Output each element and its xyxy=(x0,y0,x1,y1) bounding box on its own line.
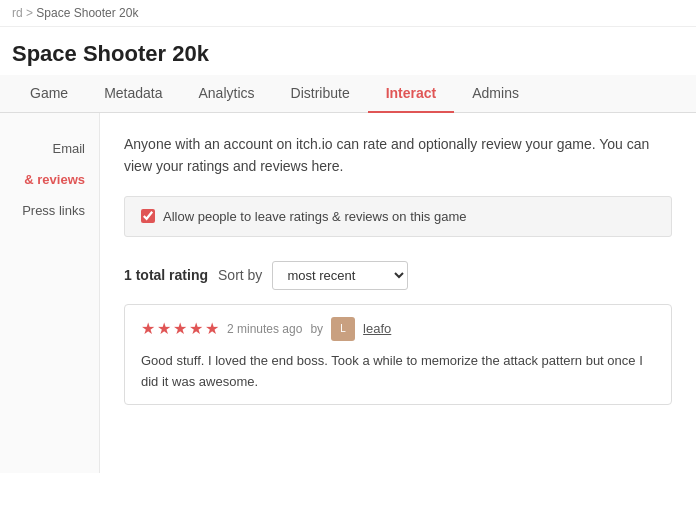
reviewer-name[interactable]: leafo xyxy=(363,321,391,336)
avatar: L xyxy=(331,317,355,341)
star-1: ★ xyxy=(141,319,155,338)
avatar-text: L xyxy=(340,323,346,334)
tab-analytics[interactable]: Analytics xyxy=(181,75,273,113)
sort-by-label: Sort by xyxy=(218,267,262,283)
breadcrumb-prefix: rd > xyxy=(12,6,33,20)
page-title: Space Shooter 20k xyxy=(0,27,696,75)
main-content: Anyone with an account on itch.io can ra… xyxy=(100,113,696,473)
allow-reviews-label[interactable]: Allow people to leave ratings & reviews … xyxy=(163,209,467,224)
star-3: ★ xyxy=(173,319,187,338)
tab-distribute[interactable]: Distribute xyxy=(273,75,368,113)
total-rating-label: 1 total rating xyxy=(124,267,208,283)
star-2: ★ xyxy=(157,319,171,338)
allow-reviews-box: Allow people to leave ratings & reviews … xyxy=(124,196,672,237)
ratings-header: 1 total rating Sort by most recent highe… xyxy=(124,261,672,290)
sidebar-item-press[interactable]: Press links xyxy=(0,195,99,226)
star-4: ★ xyxy=(189,319,203,338)
stars-container: ★ ★ ★ ★ ★ xyxy=(141,319,219,338)
tab-admins[interactable]: Admins xyxy=(454,75,537,113)
review-body: Good stuff. I loved the end boss. Took a… xyxy=(141,351,655,393)
sidebar-item-email[interactable]: Email xyxy=(0,133,99,164)
review-card: ★ ★ ★ ★ ★ 2 minutes ago by L leafo Good … xyxy=(124,304,672,406)
sidebar: Email & reviews Press links xyxy=(0,113,100,473)
review-by: by xyxy=(310,322,323,336)
tabs-bar: Game Metadata Analytics Distribute Inter… xyxy=(0,75,696,113)
review-time: 2 minutes ago xyxy=(227,322,302,336)
sidebar-item-reviews[interactable]: & reviews xyxy=(0,164,99,195)
content-wrapper: Email & reviews Press links Anyone with … xyxy=(0,113,696,473)
review-header: ★ ★ ★ ★ ★ 2 minutes ago by L leafo xyxy=(141,317,655,341)
tab-game[interactable]: Game xyxy=(12,75,86,113)
breadcrumb: rd > Space Shooter 20k xyxy=(0,0,696,27)
tab-metadata[interactable]: Metadata xyxy=(86,75,180,113)
allow-reviews-checkbox[interactable] xyxy=(141,209,155,223)
star-5: ★ xyxy=(205,319,219,338)
breadcrumb-link[interactable]: Space Shooter 20k xyxy=(36,6,138,20)
description-text: Anyone with an account on itch.io can ra… xyxy=(124,133,672,178)
sort-select[interactable]: most recent highest rated lowest rated xyxy=(272,261,408,290)
tab-interact[interactable]: Interact xyxy=(368,75,455,113)
